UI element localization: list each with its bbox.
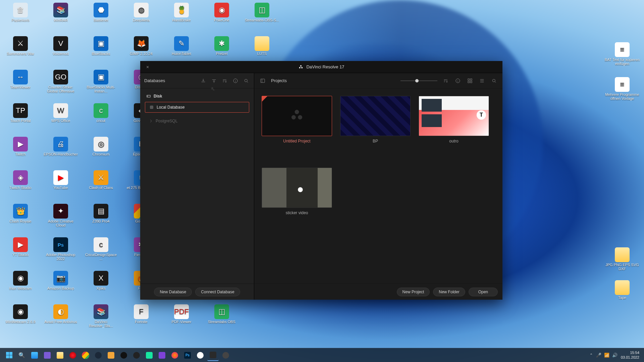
pinned-app-firefox[interactable] bbox=[169, 350, 180, 361]
project-thumbnail[interactable] bbox=[262, 96, 332, 136]
tray-chevron-icon[interactable]: ⌃ bbox=[590, 353, 593, 357]
desktop-shortcut[interactable]: ◍DeepMeta bbox=[123, 2, 160, 23]
desktop-shortcut[interactable]: ◉WinWebcam 2.6.9 bbox=[2, 304, 39, 324]
close-button[interactable]: × bbox=[140, 64, 155, 70]
import-db-icon[interactable] bbox=[200, 77, 207, 84]
project-thumbnail[interactable] bbox=[262, 168, 332, 208]
desktop-shortcut[interactable]: 🖨EPSON-Handbücher bbox=[42, 136, 79, 157]
list-view-icon[interactable] bbox=[478, 77, 486, 84]
desktop-shortcut[interactable]: ▣BlueStacks Multi-Instan... bbox=[83, 69, 119, 94]
pinned-app-obs[interactable] bbox=[131, 350, 142, 361]
desktop-shortcut[interactable]: ccricut bbox=[83, 103, 119, 123]
desktop-shortcut[interactable]: ↔TeamViewer bbox=[2, 69, 39, 90]
desktop-shortcut[interactable]: Tape bbox=[604, 280, 641, 300]
window-titlebar[interactable]: × DaVinci Resolve 17 bbox=[140, 61, 502, 73]
desktop-shortcut[interactable]: ⚔Clash of Clans bbox=[83, 170, 119, 190]
project-thumbnail[interactable] bbox=[340, 96, 411, 136]
desktop-shortcut[interactable]: ▣BlueStacks bbox=[83, 36, 119, 56]
desktop-shortcut[interactable]: ⬣Battlenet bbox=[83, 2, 119, 23]
postgresql-section[interactable]: PostgreSQL bbox=[143, 116, 251, 126]
desktop-shortcut[interactable]: LUTS bbox=[244, 36, 280, 56]
desktop-shortcut[interactable]: ▶Twitch bbox=[2, 136, 39, 157]
project-item[interactable]: Untitled Project bbox=[262, 96, 332, 160]
desktop-shortcut[interactable]: JPG PNG EPS SVG DXF bbox=[604, 247, 641, 272]
project-info-icon[interactable] bbox=[454, 77, 462, 84]
tray-wifi-icon[interactable]: 📶 bbox=[604, 353, 609, 358]
sort-db-icon[interactable] bbox=[221, 77, 228, 84]
desktop-shortcut[interactable]: ◫Streamlabs OBS bbox=[203, 304, 240, 324]
project-item[interactable]: BP bbox=[340, 96, 411, 160]
start-button[interactable] bbox=[3, 350, 15, 361]
desktop-shortcut[interactable]: 🍍HandBrake bbox=[163, 2, 200, 23]
pinned-app-rockstar[interactable] bbox=[118, 350, 129, 361]
desktop-shortcut[interactable]: ◉Iriun Webcam bbox=[2, 270, 39, 291]
running-app-davinci[interactable] bbox=[207, 350, 219, 361]
desktop-shortcut[interactable]: 📷Amazon Backup bbox=[42, 270, 79, 291]
search-taskbar-icon[interactable]: 🔍 bbox=[16, 350, 28, 361]
taskbar-clock[interactable]: 15:54 03.01.2022 bbox=[621, 351, 641, 359]
pinned-app-opera[interactable] bbox=[67, 350, 78, 361]
desktop-shortcut[interactable]: FFortnite bbox=[123, 304, 160, 324]
pinned-app-wps[interactable] bbox=[105, 350, 117, 361]
pinned-app-chrome[interactable] bbox=[80, 350, 91, 361]
open-button[interactable]: Open bbox=[469, 288, 498, 296]
pinned-app-explorer[interactable] bbox=[54, 350, 66, 361]
desktop-shortcut[interactable]: ▤Z390 Pro4 bbox=[83, 203, 119, 224]
desktop-shortcut[interactable]: PDFPDF-Viewer bbox=[163, 304, 200, 324]
desktop-shortcut[interactable]: ✱Pretzel bbox=[203, 36, 240, 56]
info-icon[interactable] bbox=[232, 77, 239, 84]
tray-mic-icon[interactable]: 🎤 bbox=[596, 353, 601, 358]
desktop-shortcut[interactable]: WWPS Office bbox=[42, 103, 79, 123]
desktop-shortcut[interactable]: ⚔Summoners War bbox=[2, 36, 39, 56]
desktop-shortcut[interactable]: 👑Clash Royale bbox=[2, 203, 39, 224]
pinned-app-photoshop[interactable]: Ps bbox=[182, 350, 193, 361]
thumbnail-size-slider[interactable] bbox=[400, 80, 437, 81]
desktop-shortcut[interactable]: TPTouch Portal bbox=[2, 103, 39, 123]
desktop-shortcut[interactable]: ✦Adobe Creative Cloud bbox=[42, 203, 79, 228]
project-item[interactable]: sticker video bbox=[262, 168, 332, 231]
project-thumbnail[interactable] bbox=[419, 96, 489, 136]
toggle-sidebar-icon[interactable] bbox=[259, 77, 266, 84]
local-database-item[interactable]: Local Database bbox=[145, 102, 249, 113]
new-project-button[interactable]: New Project bbox=[397, 288, 430, 296]
project-item[interactable]: outro bbox=[419, 96, 489, 160]
desktop-shortcut[interactable]: ◉PokeOne bbox=[203, 2, 240, 23]
pinned-app-streamlabs[interactable] bbox=[144, 350, 155, 361]
desktop-shortcut[interactable]: 🗑Papierkorb bbox=[2, 2, 39, 23]
connect-database-button[interactable]: Connect Database bbox=[195, 288, 240, 296]
search-projects-icon[interactable] bbox=[490, 77, 498, 84]
desktop-shortcut[interactable]: 🦊GIMP 2.10.24 bbox=[123, 36, 160, 56]
desktop-shortcut[interactable]: ▶YT Studio bbox=[2, 237, 39, 257]
desktop-shortcut[interactable]: GOCounter-Strike: Global Offensive bbox=[42, 69, 79, 94]
running-app-settings[interactable] bbox=[220, 350, 231, 361]
desktop-shortcut[interactable]: ✎HuionTablet bbox=[163, 36, 200, 56]
desktop-shortcut[interactable]: ◈Twitch Studio bbox=[2, 170, 39, 190]
disk-section[interactable]: Disk bbox=[143, 92, 251, 101]
desktop-shortcut[interactable]: cCricutDesignSpace ... bbox=[83, 237, 119, 261]
tray-volume-icon[interactable]: 🔊 bbox=[612, 353, 618, 358]
desktop-shortcut[interactable]: ▶YouTube bbox=[42, 170, 79, 190]
pinned-app-iriun[interactable] bbox=[195, 350, 206, 361]
app-icon: ◎ bbox=[94, 137, 108, 152]
new-database-button[interactable]: New Database bbox=[154, 288, 192, 296]
desktop-shortcut[interactable]: 📚DaVinci Resolve_Sta... bbox=[83, 304, 119, 328]
desktop-shortcut[interactable]: PsAdobe Photoshop 2022 bbox=[42, 237, 79, 261]
task-view-icon[interactable] bbox=[29, 350, 40, 361]
grid-view-icon[interactable] bbox=[466, 77, 474, 84]
pinned-app-chat[interactable] bbox=[42, 350, 53, 361]
pinned-app-touchportal[interactable] bbox=[156, 350, 168, 361]
desktop-shortcut[interactable]: ◐Avast Free Antivirus bbox=[42, 304, 79, 324]
desktop-shortcut[interactable]: ≡Mehrere Programme öffnen Vorlage bbox=[604, 76, 641, 101]
pinned-app-steam[interactable] bbox=[93, 350, 104, 361]
search-db-icon[interactable] bbox=[243, 77, 250, 84]
desktop-shortcut[interactable]: ≡BAT Text für kopieren einfügen bbox=[604, 42, 641, 66]
desktop-shortcut[interactable]: VVoicemod bbox=[42, 36, 79, 56]
sort-projects-icon[interactable] bbox=[442, 77, 449, 84]
desktop-shortcut[interactable]: 📚WinRAR bbox=[42, 2, 79, 23]
desktop-shortcut[interactable]: XXpiks bbox=[83, 270, 119, 291]
desktop-shortcut[interactable]: ◎Chromium bbox=[83, 136, 119, 157]
new-folder-button[interactable]: New Folder bbox=[433, 288, 465, 296]
desktop-shortcut[interactable]: ◫Streamlabs-OBS-S... bbox=[244, 2, 280, 23]
export-db-icon[interactable] bbox=[210, 77, 218, 84]
app-icon bbox=[255, 36, 269, 51]
